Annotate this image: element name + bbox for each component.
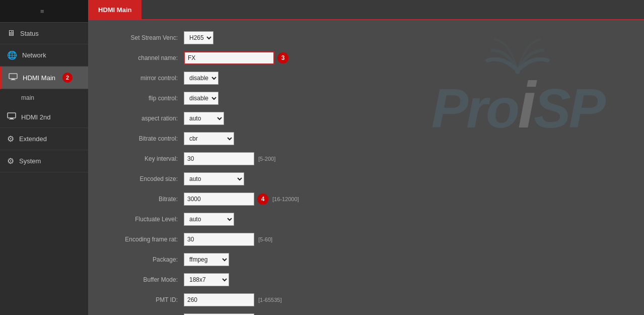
sidebar-sub-main[interactable]: main [0, 89, 88, 106]
svg-rect-4 [10, 118, 13, 119]
channel-name-label: channel name: [103, 54, 184, 61]
set-stream-venc-label: Set Stream Venc: [103, 34, 184, 41]
encoded-size-label: Encoded size: [103, 175, 184, 182]
sidebar-label-network: Network [22, 51, 46, 59]
bitrate-input[interactable] [184, 193, 254, 206]
svg-rect-0 [9, 74, 17, 79]
flip-control-select[interactable]: disable enable [184, 92, 219, 105]
main-content: HDMI Main ProiSP Set Str [88, 0, 644, 315]
key-interval-input[interactable] [184, 152, 254, 165]
extended-icon: ⚙ [7, 134, 14, 144]
pmt-id-input[interactable] [184, 293, 254, 306]
content-area: ProiSP Set Stream Venc: H265 H264 channe… [88, 20, 644, 315]
bitrate-control-select[interactable]: cbr vbr [184, 132, 234, 145]
row-fluctuate-level: Fluctuate Level: auto low medium high [103, 212, 629, 227]
encoding-frame-rat-label: Encoding frame rat: [103, 236, 184, 243]
buffer-mode-select[interactable]: 188x7 188x14 188x21 [184, 273, 229, 286]
network-icon: 🌐 [7, 50, 17, 60]
svg-rect-2 [11, 80, 16, 80]
svg-rect-3 [8, 113, 16, 118]
channel-name-badge: 3 [277, 52, 289, 64]
row-buffer-mode: Buffer Mode: 188x7 188x14 188x21 [103, 272, 629, 287]
tab-label: HDMI Main [98, 6, 131, 14]
sidebar-sub-main-label: main [21, 94, 34, 101]
bitrate-control-label: Bitrate control: [103, 135, 184, 142]
bitrate-badge: 4 [257, 194, 268, 205]
row-encoding-frame-rat: Encoding frame rat: [5-60] [103, 232, 629, 247]
sidebar-item-hdmi-2nd[interactable]: HDMI 2nd [0, 106, 88, 128]
key-interval-label: Key interval: [103, 155, 184, 162]
aspect-ration-label: aspect ration: [103, 115, 184, 122]
bitrate-label: Bitrate: [103, 196, 184, 203]
buffer-mode-label: Buffer Mode: [103, 276, 184, 283]
row-flip-control: flip control: disable enable [103, 91, 629, 106]
encoding-frame-rat-input[interactable] [184, 233, 254, 246]
channel-name-input[interactable] [184, 51, 274, 65]
svg-rect-5 [9, 119, 14, 119]
sidebar-item-network[interactable]: 🌐 Network [0, 44, 88, 67]
fluctuate-level-label: Fluctuate Level: [103, 216, 184, 223]
key-interval-hint: [5-200] [258, 156, 275, 162]
svg-rect-1 [12, 79, 15, 80]
hdmi-2nd-icon [7, 112, 16, 121]
sidebar-item-status[interactable]: 🖥 Status [0, 23, 88, 44]
sidebar-label-extended: Extended [19, 135, 47, 143]
row-pmt-id: PMT ID: [1-65535] [103, 292, 629, 307]
sidebar-logo: ≡ [0, 0, 88, 23]
encoding-frame-rat-hint: [5-60] [258, 236, 272, 242]
row-channel-name: channel name: 3 [103, 50, 629, 66]
row-aspect-ration: aspect ration: auto 4:3 16:9 [103, 111, 629, 126]
row-set-stream-venc: Set Stream Venc: H265 H264 [103, 30, 629, 45]
hdmi-main-icon [9, 73, 18, 82]
sidebar-item-hdmi-main[interactable]: HDMI Main 2 [0, 67, 88, 89]
package-label: Package: [103, 256, 184, 263]
sidebar-label-hdmi-2nd: HDMI 2nd [21, 113, 51, 121]
package-select[interactable]: ffmpeg udp rtp [184, 253, 229, 266]
mirror-control-label: mirror control: [103, 75, 184, 82]
pmt-id-label: PMT ID: [103, 296, 184, 303]
tab-hdmi-main[interactable]: HDMI Main [88, 0, 141, 19]
sidebar-label-system: System [19, 157, 41, 165]
sidebar: ≡ 🖥 Status 🌐 Network HDMI Main 2 main [0, 0, 88, 315]
pmt-id-hint: [1-65535] [258, 297, 281, 303]
sidebar-label-hdmi-main: HDMI Main [23, 74, 55, 82]
sidebar-label-status: Status [20, 30, 39, 37]
row-mirror-control: mirror control: disable enable [103, 71, 629, 86]
fluctuate-level-select[interactable]: auto low medium high [184, 213, 234, 226]
row-package: Package: ffmpeg udp rtp [103, 252, 629, 267]
row-encoded-size: Encoded size: auto 1920x1080 1280x720 [103, 171, 629, 186]
bitrate-hint: [16-12000] [272, 196, 299, 202]
row-bitrate: Bitrate: 4 [16-12000] [103, 192, 629, 207]
flip-control-label: flip control: [103, 95, 184, 102]
row-transport-id: Transport ID: [256-3840] [103, 312, 629, 315]
mirror-control-select[interactable]: disable enable [184, 72, 219, 85]
sidebar-item-extended[interactable]: ⚙ Extended [0, 128, 88, 150]
aspect-ration-select[interactable]: auto 4:3 16:9 [184, 112, 224, 125]
row-key-interval: Key interval: [5-200] [103, 151, 629, 166]
system-icon: ⚙ [7, 156, 14, 166]
set-stream-venc-select[interactable]: H265 H264 [184, 31, 213, 44]
tab-bar: HDMI Main [88, 0, 644, 20]
logo-text: ≡ [40, 8, 48, 15]
encoded-size-select[interactable]: auto 1920x1080 1280x720 [184, 172, 244, 185]
sidebar-item-system[interactable]: ⚙ System [0, 150, 88, 172]
hdmi-main-badge: 2 [62, 73, 73, 83]
row-bitrate-control: Bitrate control: cbr vbr [103, 131, 629, 146]
monitor-icon: 🖥 [7, 29, 15, 38]
